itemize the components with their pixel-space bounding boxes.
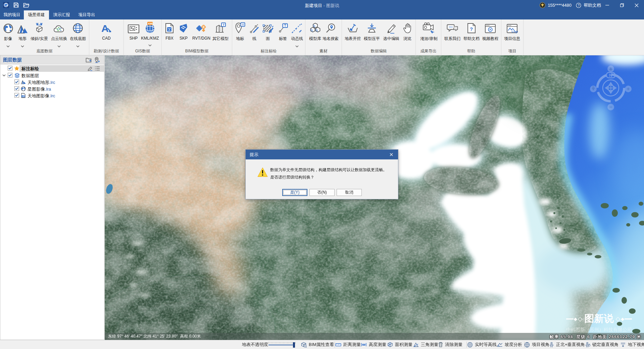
svg-text:N: N xyxy=(609,73,612,78)
svg-text:T: T xyxy=(284,24,286,28)
svg-text:T: T xyxy=(223,23,225,27)
svg-text:LRC: LRC xyxy=(22,96,25,97)
svg-text:?: ? xyxy=(470,26,473,32)
svg-text:T: T xyxy=(242,23,244,27)
svg-text:Logo: Logo xyxy=(512,30,518,33)
svg-text:?: ? xyxy=(578,3,580,7)
svg-text:KML: KML xyxy=(148,22,154,25)
